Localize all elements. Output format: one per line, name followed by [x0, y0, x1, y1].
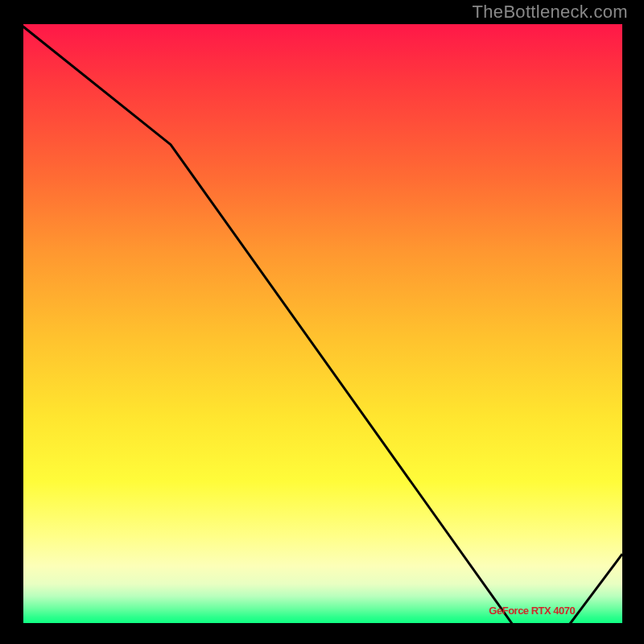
watermark-text: TheBottleneck.com [473, 2, 628, 23]
chart-frame: TheBottleneck.com GeForce RTX 4070 [0, 0, 644, 644]
legend-label: GeForce RTX 4070 [489, 605, 575, 617]
bottleneck-curve [20, 24, 622, 626]
chart-svg: GeForce RTX 4070 [20, 24, 622, 626]
